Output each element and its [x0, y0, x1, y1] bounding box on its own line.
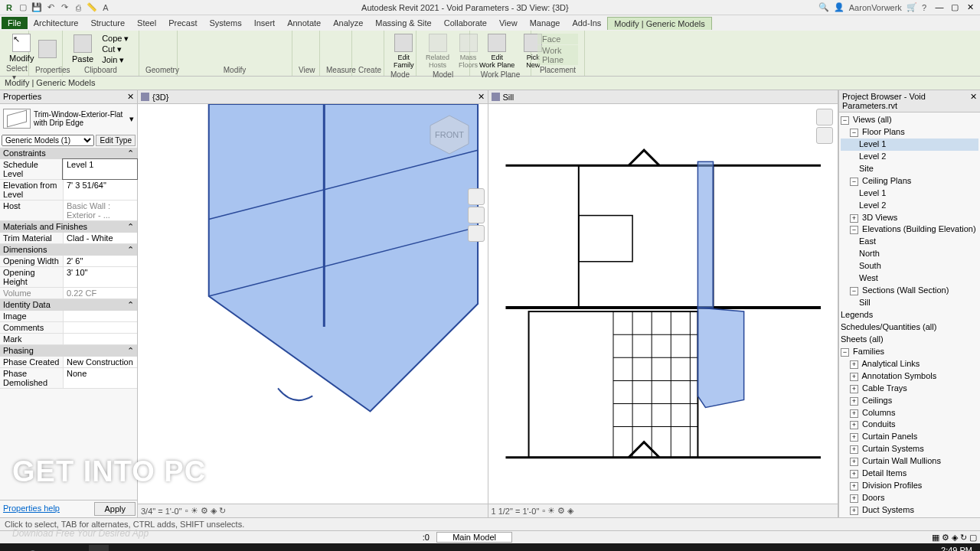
opening-height-field[interactable]: 3' 10" [63, 267, 137, 287]
steering-wheel-icon[interactable] [468, 188, 485, 205]
tree-node[interactable]: East [841, 236, 978, 248]
redo-icon[interactable]: ↷ [58, 2, 70, 14]
tree-node[interactable]: South [841, 260, 978, 272]
tree-node[interactable]: North [841, 248, 978, 260]
cart-icon[interactable]: 🛒 [906, 2, 917, 12]
search-icon[interactable]: 🔍 [24, 545, 44, 551]
tab-architecture[interactable]: Architecture [28, 17, 85, 29]
image-field[interactable] [63, 311, 137, 321]
tree-node[interactable]: Level 1 [841, 187, 978, 200]
tree-node[interactable]: Sill [841, 297, 978, 309]
tree-node[interactable]: + Conduits [841, 419, 978, 431]
help-icon[interactable]: ? [922, 3, 926, 12]
tree-node[interactable]: − Views (all) [841, 114, 978, 126]
close-icon[interactable]: ✕ [970, 92, 977, 110]
pan-icon[interactable] [468, 207, 485, 223]
tree-node[interactable]: Schedules/Quantities (all) [841, 321, 978, 334]
tab-systems[interactable]: Systems [203, 17, 247, 29]
nav-tool-icon[interactable] [816, 109, 833, 126]
group-identity[interactable]: Identity Data⌃ [0, 299, 137, 311]
paste-button[interactable]: Paste [69, 33, 96, 65]
trim-material-field[interactable]: Clad - White [63, 233, 137, 243]
tree-node[interactable]: + Curtain Panels [841, 431, 978, 443]
type-dropdown-icon[interactable]: ▾ [129, 114, 134, 124]
close-button[interactable]: ✕ [963, 2, 977, 12]
tab-insert[interactable]: Insert [248, 17, 282, 29]
tree-node[interactable]: Level 2 [841, 151, 978, 163]
join-button[interactable]: Join ▾ [100, 55, 131, 65]
group-materials[interactable]: Materials and Finishes⌃ [0, 221, 137, 233]
tree-node[interactable]: − Sections (Wall Section) [841, 285, 978, 297]
text-icon[interactable]: A [100, 2, 112, 14]
search-icon[interactable]: 🔍 [818, 2, 829, 12]
tree-node[interactable]: + Curtain Systems [841, 443, 978, 455]
tab-addins[interactable]: Add-Ins [566, 17, 607, 29]
mark-field[interactable] [63, 334, 137, 344]
tree-node[interactable]: + Curtain Wall Mullions [841, 455, 978, 468]
measure-icon[interactable]: 📏 [86, 2, 98, 14]
category-selector[interactable]: Generic Models (1) [2, 135, 94, 146]
tree-node[interactable]: + Division Profiles [841, 480, 978, 492]
view-sill-tab[interactable]: Sill [503, 93, 514, 102]
apply-button[interactable]: Apply [94, 502, 136, 516]
tree-node[interactable]: Site [841, 163, 978, 175]
tree-node[interactable]: + Annotation Symbols [841, 370, 978, 383]
tree-node[interactable]: + Doors [841, 492, 978, 504]
tab-annotate[interactable]: Annotate [281, 17, 327, 29]
task-view-icon[interactable]: ▭ [46, 545, 66, 551]
close-view-icon[interactable]: ✕ [478, 92, 485, 102]
tree-node[interactable]: Sheets (all) [841, 334, 978, 346]
edit-workplane-button[interactable]: Edit Work Plane [476, 32, 518, 70]
tree-node[interactable]: + Duct Systems [841, 504, 978, 517]
tree-node[interactable]: + Ducts [841, 517, 978, 517]
tree-node[interactable]: − Floor Plans [841, 126, 978, 139]
view-cube[interactable]: FRONT [426, 112, 472, 158]
tab-analyze[interactable]: Analyze [327, 17, 369, 29]
group-constraints[interactable]: Constraints⌃ [0, 148, 137, 159]
tab-file[interactable]: File [2, 17, 28, 29]
view-3d-tab[interactable]: {3D} [152, 93, 168, 102]
elevation-field[interactable]: 7' 3 51/64" [63, 180, 137, 200]
opening-width-field[interactable]: 2' 6" [63, 256, 137, 266]
nav-tool-icon[interactable] [816, 127, 833, 144]
print-icon[interactable]: ⎙ [72, 2, 84, 14]
workplane-button[interactable]: Work Plane [537, 45, 578, 65]
zoom-icon[interactable] [468, 225, 485, 242]
open-icon[interactable]: ▢ [17, 2, 29, 14]
tree-node[interactable]: + Columns [841, 407, 978, 419]
edit-type-button[interactable]: Edit Type [96, 135, 136, 146]
tree-node[interactable]: − Ceiling Plans [841, 175, 978, 187]
cut-button[interactable]: Cut ▾ [100, 44, 131, 54]
minimize-button[interactable]: — [933, 2, 946, 12]
tree-node[interactable]: − Elevations (Building Elevation) [841, 223, 978, 236]
cope-button[interactable]: Cope ▾ [100, 34, 131, 44]
tree-node[interactable]: + Analytical Links [841, 358, 978, 370]
tree-node[interactable]: West [841, 272, 978, 285]
undo-icon[interactable]: ↶ [44, 2, 57, 14]
tab-structure[interactable]: Structure [84, 17, 131, 29]
schedule-level-field[interactable]: Level 1 [63, 159, 137, 179]
comments-field[interactable] [63, 322, 137, 333]
explorer-icon[interactable]: 📁 [67, 545, 87, 551]
user-icon[interactable]: 👤 [834, 2, 844, 12]
maximize-button[interactable]: ▢ [948, 2, 962, 12]
tab-manage[interactable]: Manage [524, 17, 567, 29]
tree-node[interactable]: + 3D Views [841, 212, 978, 224]
start-button[interactable]: ⊞ [3, 545, 23, 551]
tree-node[interactable]: Level 2 [841, 200, 978, 212]
phase-demolished-field[interactable]: None [63, 368, 137, 388]
group-dimensions[interactable]: Dimensions⌃ [0, 244, 137, 256]
tab-view[interactable]: View [493, 17, 524, 29]
tree-node[interactable]: + Detail Items [841, 468, 978, 480]
tree-node[interactable]: + Cable Trays [841, 383, 978, 395]
tab-steel[interactable]: Steel [131, 17, 162, 29]
phase-created-field[interactable]: New Construction [63, 357, 137, 367]
tree-node[interactable]: Level 1 [841, 139, 978, 151]
tree-node[interactable]: − Families [841, 346, 978, 358]
face-button[interactable]: Face [537, 34, 578, 44]
app-icon[interactable]: R [3, 2, 15, 14]
properties-button[interactable] [35, 38, 60, 60]
group-phasing[interactable]: Phasing⌃ [0, 345, 137, 357]
tree-node[interactable]: Legends [841, 309, 978, 321]
tree-node[interactable]: + Ceilings [841, 395, 978, 407]
